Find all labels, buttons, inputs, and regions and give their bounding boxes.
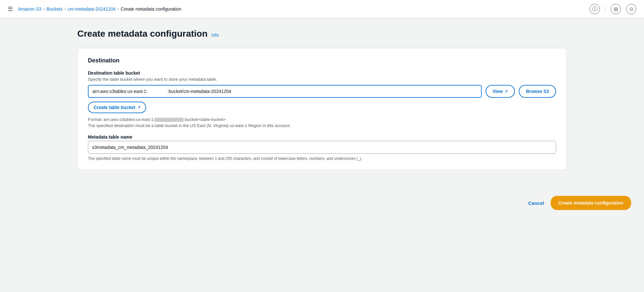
history-icon: ⊙	[629, 6, 633, 12]
table-bucket-input-row: View ↗ Browse S3	[88, 85, 556, 98]
create-metadata-config-button[interactable]: Create metadata configuration	[551, 196, 631, 210]
info-icon-button[interactable]: ⓘ	[590, 4, 600, 14]
create-table-bucket-label: Create table bucket	[94, 105, 135, 110]
create-table-bucket-button[interactable]: Create table bucket ↗	[88, 102, 146, 113]
metadata-helper-text: The specified table name must be unique …	[88, 156, 556, 161]
page-header: Create metadata configuration Info	[77, 29, 567, 39]
cancel-button[interactable]: Cancel	[528, 200, 544, 206]
breadcrumb-sep-2: ›	[64, 7, 66, 11]
destination-note: The specified destination must be a tabl…	[88, 123, 556, 128]
info-circle-icon: ⓘ	[592, 6, 597, 13]
top-bar: ☰ Amazon S3 › Buckets › cm-metadata-2024…	[0, 0, 644, 18]
breadcrumb-sep-3: ›	[118, 7, 119, 11]
breadcrumb-bucket-name[interactable]: cm-metadata-20241204	[68, 6, 116, 12]
format-suffix: :bucket/<table-bucket>	[184, 117, 226, 122]
footer-actions: Cancel Create metadata configuration	[0, 188, 644, 218]
table-bucket-label: Destination table bucket	[88, 70, 556, 76]
page-title: Create metadata configuration	[77, 29, 208, 39]
top-bar-right: ⓘ ⊞ ⊙	[590, 4, 636, 14]
top-bar-left: ☰ Amazon S3 › Buckets › cm-metadata-2024…	[8, 5, 181, 13]
table-bucket-description: Specify the table bucket where you want …	[88, 77, 556, 82]
table-bucket-input[interactable]	[88, 85, 482, 98]
breadcrumb: Amazon S3 › Buckets › cm-metadata-202412…	[18, 6, 181, 12]
format-prefix: Format: arn:aws:s3tables:us-east-1:	[88, 117, 155, 122]
metadata-table-field: Metadata table name The specified table …	[88, 134, 556, 161]
metadata-table-input[interactable]	[88, 141, 556, 154]
create-external-icon: ↗	[137, 105, 140, 110]
main-content: Create metadata configuration Info Desti…	[64, 18, 580, 188]
browse-s3-button[interactable]: Browse S3	[519, 85, 556, 98]
settings-icon: ⊞	[614, 6, 618, 12]
external-link-icon: ↗	[505, 89, 508, 94]
metadata-table-label: Metadata table name	[88, 134, 556, 140]
destination-card: Destination Destination table bucket Spe…	[77, 48, 567, 170]
settings-icon-button[interactable]: ⊞	[611, 4, 621, 14]
destination-section-title: Destination	[88, 57, 556, 64]
browse-s3-label: Browse S3	[526, 89, 549, 94]
topbar-divider	[605, 5, 605, 13]
redacted-account-id	[155, 118, 184, 122]
hamburger-icon[interactable]: ☰	[8, 5, 13, 13]
view-button[interactable]: View ↗	[486, 85, 515, 98]
breadcrumb-sep-1: ›	[43, 7, 44, 11]
info-link[interactable]: Info	[212, 32, 219, 38]
view-label: View	[493, 89, 503, 94]
table-bucket-field: Destination table bucket Specify the tab…	[88, 70, 556, 128]
format-text: Format: arn:aws:s3tables:us-east-1::buck…	[88, 117, 556, 122]
breadcrumb-s3[interactable]: Amazon S3	[18, 6, 41, 12]
breadcrumb-current: Create metadata configuration	[121, 6, 181, 12]
breadcrumb-buckets[interactable]: Buckets	[46, 6, 62, 12]
history-icon-button[interactable]: ⊙	[626, 4, 636, 14]
